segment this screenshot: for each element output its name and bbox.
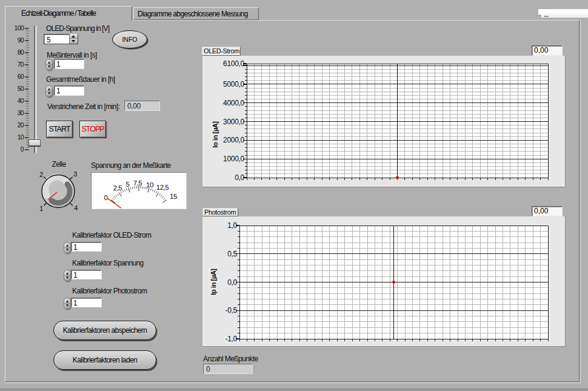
svg-text:12,5: 12,5 <box>156 184 169 191</box>
svg-text:5: 5 <box>126 181 130 188</box>
svg-text:2,5: 2,5 <box>113 184 122 192</box>
svg-text:10: 10 <box>146 181 153 189</box>
svg-text:15: 15 <box>170 193 177 200</box>
svg-text:7,5: 7,5 <box>133 179 142 187</box>
svg-text:0: 0 <box>104 194 108 201</box>
